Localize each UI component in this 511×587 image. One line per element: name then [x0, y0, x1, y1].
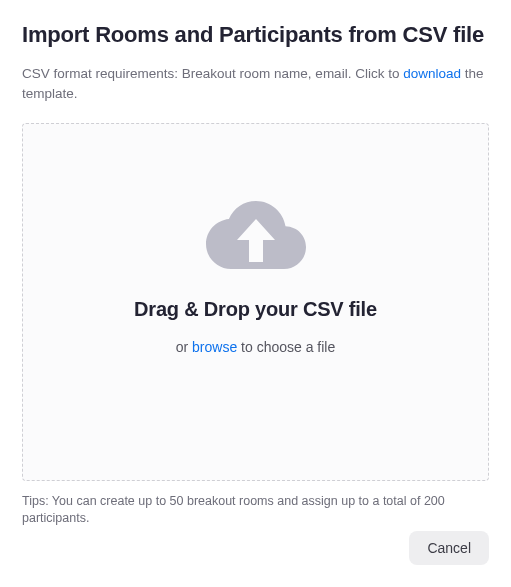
- csv-format-description: CSV format requirements: Breakout room n…: [22, 64, 489, 105]
- download-template-link[interactable]: download: [403, 66, 461, 81]
- dialog-footer: Cancel: [409, 531, 489, 565]
- cloud-upload-icon: [206, 196, 306, 272]
- dropzone-sub-prefix: or: [176, 339, 192, 355]
- file-dropzone[interactable]: Drag & Drop your CSV file or browse to c…: [22, 123, 489, 481]
- dropzone-sub-suffix: to choose a file: [237, 339, 335, 355]
- subtitle-prefix: CSV format requirements: Breakout room n…: [22, 66, 403, 81]
- tips-text: Tips: You can create up to 50 breakout r…: [22, 493, 489, 528]
- dropzone-subtitle: or browse to choose a file: [176, 339, 336, 355]
- browse-link[interactable]: browse: [192, 339, 237, 355]
- dropzone-title: Drag & Drop your CSV file: [134, 298, 377, 321]
- dialog-title: Import Rooms and Participants from CSV f…: [22, 22, 489, 48]
- cancel-button[interactable]: Cancel: [409, 531, 489, 565]
